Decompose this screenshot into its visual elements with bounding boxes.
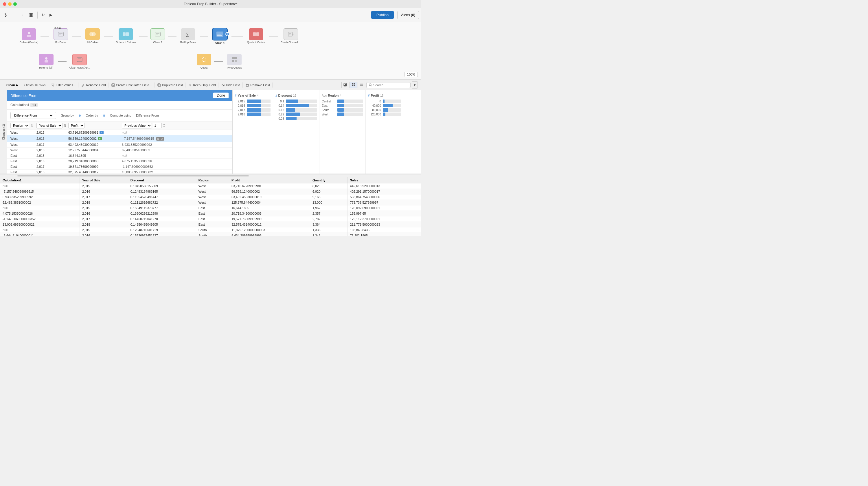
table-row: null2,0150.10450560155869West63,716.6720… — [0, 184, 421, 189]
keep-only-btn[interactable]: Keep Only Field — [186, 82, 218, 88]
svg-rect-52 — [352, 85, 353, 86]
sidebar-toggle[interactable]: ❯ — [2, 11, 9, 18]
table-row: null2,0150.15949119373777East16,644.1895… — [0, 205, 421, 211]
zoom-badge: 100% — [404, 72, 418, 77]
sort-icon[interactable]: ⇅ — [30, 124, 33, 128]
node-create-annual[interactable]: Create 'Annual ... — [278, 28, 304, 44]
diff-cell-year-2: 2,016 — [36, 137, 68, 140]
col-header-profit[interactable]: Profit — [229, 177, 310, 184]
diff-cell-profit-3: 63,492.45930000019 — [68, 143, 122, 147]
node-orders-returns[interactable]: Orders + Returns — [113, 28, 139, 44]
hide-btn[interactable]: Hide Field — [219, 82, 243, 88]
diff-row-5[interactable]: East 2,015 16,644.1895 null — [7, 153, 232, 159]
pencil-icon — [81, 83, 85, 87]
badge-b-2: B — [98, 137, 102, 140]
node-orders-central[interactable]: Orders (Central) — [18, 28, 40, 44]
changes-tab[interactable]: Changes (1) — [0, 90, 7, 173]
filter-label: Filter Values... — [56, 83, 76, 87]
diff-row-2[interactable]: West 2,016 56,559.1240000002 B -7,157.54… — [7, 135, 232, 142]
view-grid-btn[interactable] — [349, 82, 357, 88]
more-options-button[interactable]: ⋯ — [55, 11, 62, 18]
play-button[interactable]: ▶ — [48, 11, 54, 18]
diff-table-body: West 2,015 63,716.67209999981 A null Wes… — [7, 130, 232, 174]
year-col-select[interactable]: Year of Sale — [36, 123, 62, 128]
search-input[interactable] — [373, 83, 408, 87]
save-button[interactable] — [27, 11, 35, 19]
table-cell-4-0: null — [0, 205, 80, 211]
table-cell-3-3: West — [196, 200, 229, 205]
calc-btn[interactable]: fx Create Calculated Field... — [109, 82, 155, 88]
table-row: -3,444.8104000000112,0160.15530973451327… — [0, 233, 421, 236]
table-cell-6-4: 19,571.73609999999 — [229, 216, 310, 222]
col-diff-from[interactable]: Previous Value ▲ ▼ — [122, 123, 228, 128]
region-col-select[interactable]: Region — [10, 123, 29, 128]
col-header-year[interactable]: Year of Sale — [80, 177, 128, 184]
col-header-quantity[interactable]: Quantity — [310, 177, 348, 184]
diff-row-1[interactable]: West 2,015 63,716.67209999981 A null — [7, 130, 232, 135]
node-rollup[interactable]: ∑ Roll Up Sales — [177, 28, 199, 44]
main-scrollbar[interactable] — [0, 174, 421, 177]
node-pivot-quotas[interactable]: Pivot Quotas — [223, 54, 246, 69]
year-sort-icon[interactable]: ⇅ — [64, 124, 66, 128]
table-cell-8-1: 2,015 — [80, 227, 128, 233]
node-clean4[interactable]: + Clean 4 — [208, 28, 231, 44]
view-profile-btn[interactable] — [341, 82, 349, 88]
node-quota[interactable]: Quota — [194, 54, 214, 69]
diff-row-7[interactable]: East 2,017 19,571.73609999999 -1,147.606… — [7, 164, 232, 169]
done-button[interactable]: Done — [213, 93, 228, 98]
dropdown-btn[interactable]: ▾ — [412, 81, 418, 89]
add-order-btn[interactable]: ⊕ — [103, 114, 105, 118]
col-header-sales[interactable]: Sales — [347, 177, 421, 184]
diff-row-8[interactable]: East 2,018 32,575.43140000012 13,003.695… — [7, 169, 232, 174]
publish-button[interactable]: Publish — [371, 11, 394, 19]
maximize-button[interactable] — [13, 2, 17, 6]
duplicate-btn[interactable]: Duplicate Field — [155, 82, 186, 88]
table-cell-2-2: 0.11954526491447 — [128, 194, 196, 200]
minimize-button[interactable] — [8, 2, 11, 6]
table-cell-4-1: 2,015 — [80, 205, 128, 211]
table-row: 6,933.3352999999922,0170.11954526491447W… — [0, 194, 421, 200]
node-clean-notes[interactable]: Clean Notes/Ap... — [66, 54, 93, 69]
view-list-btn[interactable] — [358, 82, 365, 88]
col-profit[interactable]: Profit — [68, 123, 122, 128]
diff-type-dropdown[interactable]: Difference From Percent Difference From — [10, 112, 56, 119]
traffic-lights[interactable] — [3, 2, 17, 6]
node-returns-all[interactable]: Returns (all) — [35, 54, 58, 69]
col-header-region[interactable]: Region — [196, 177, 229, 184]
remove-btn[interactable]: Remove Field — [243, 82, 273, 88]
node-clean2[interactable]: Clean 2 — [148, 28, 168, 44]
svg-rect-1 — [30, 13, 32, 15]
close-button[interactable] — [3, 2, 6, 6]
down-arrow[interactable]: ▼ — [163, 126, 165, 128]
profit-col-select[interactable]: Profit — [68, 123, 85, 128]
col-region[interactable]: Region ⇅ — [10, 123, 36, 128]
num-input[interactable] — [153, 123, 162, 128]
diff-cell-diff-1: null — [122, 131, 228, 134]
table-cell-8-5: 1,336 — [310, 227, 348, 233]
table-cell-3-6: 773,738.527999997 — [347, 200, 421, 205]
table-cell-4-6: 128,092.6900000001 — [347, 205, 421, 211]
diff-row-3[interactable]: West 2,017 63,492.45930000019 6,933.3352… — [7, 142, 232, 148]
back-button[interactable]: ← — [10, 11, 18, 18]
col-header-discount[interactable]: Discount — [128, 177, 196, 184]
filter-btn[interactable]: Filter Values... — [49, 82, 79, 88]
diff-type-select[interactable]: Difference From Percent Difference From — [13, 114, 54, 118]
diff-row-4[interactable]: West 2,018 125,975.8444000004 62,483.385… — [7, 148, 232, 153]
search-box[interactable] — [366, 82, 410, 88]
alerts-button[interactable]: Alerts (0) — [397, 11, 419, 19]
diff-row-6[interactable]: East 2,016 20,719.34300000003 4,075.1535… — [7, 159, 232, 164]
rename-btn[interactable]: Rename Field — [79, 82, 108, 88]
diff-header-label: Difference From — [10, 93, 37, 98]
add-group-btn[interactable]: ⊕ — [79, 114, 81, 118]
prev-value-select[interactable]: Previous Value — [122, 123, 152, 128]
node-fix-dates[interactable]: ⚙ ⚙ ⚙ Fix Dates — [49, 28, 72, 44]
data-table: Calculation1 Year of Sale Discount Regio… — [0, 177, 421, 236]
profile-col-profit-header: # Profit 16 — [368, 94, 401, 97]
col-header-calc1[interactable]: Calculation1 — [0, 177, 80, 184]
forward-button[interactable]: → — [19, 11, 26, 18]
refresh-button[interactable]: ↻ — [40, 11, 46, 18]
table-cell-5-6: 155,997.65 — [347, 211, 421, 216]
node-all-orders[interactable]: All Orders — [81, 28, 104, 44]
node-quota-orders[interactable]: Quota + Orders — [243, 28, 269, 44]
col-year[interactable]: Year of Sale ⇅ — [36, 123, 68, 128]
